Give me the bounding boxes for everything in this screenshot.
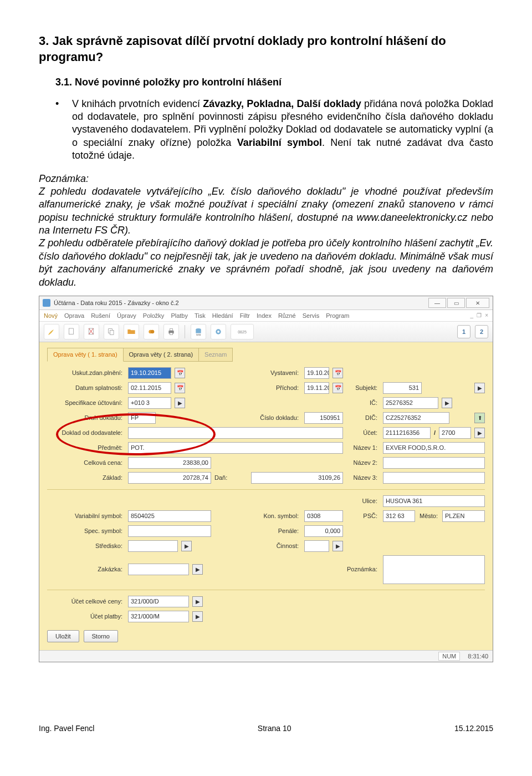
note-body-2: Z pohledu odběratele přebírajícího daňov… [39, 237, 493, 287]
stredisko-input[interactable] [128, 540, 178, 552]
close-button[interactable]: ✕ [466, 298, 489, 308]
mdi-close-icon[interactable]: × [485, 312, 488, 319]
menu-platby[interactable]: Platby [171, 312, 188, 319]
nazev1-input[interactable]: EXVER FOOD,S.R.O. [383, 442, 485, 454]
vystaveni-input[interactable]: 19.10.2015 [304, 367, 329, 379]
label-ucet: Účet: [346, 429, 380, 437]
lookup-icon[interactable]: ▶ [192, 596, 203, 607]
prichod-input[interactable]: 19.11.2015 [304, 382, 329, 394]
vs-input[interactable]: 8504025 [128, 510, 211, 522]
ucet-a-input[interactable]: 2111216356 [383, 427, 431, 439]
toolbar-quill-icon[interactable] [44, 324, 59, 339]
toolbar-copy-icon[interactable] [104, 324, 119, 339]
label-dok-od-dod: Doklad od dodavatele: [47, 429, 125, 437]
toolbar-settings-icon[interactable] [211, 324, 226, 339]
label-ucet-cc: Účet celkové ceny: [47, 597, 125, 605]
toolbar-new-icon[interactable] [64, 324, 79, 339]
nazev2-input[interactable] [383, 457, 485, 469]
ulozit-button[interactable]: Uložit [47, 630, 79, 642]
celkova-input[interactable]: 23838,00 [128, 457, 211, 469]
predmet-input[interactable]: POT. [128, 442, 343, 454]
menu-oprava[interactable]: Oprava [64, 312, 84, 319]
psc-input[interactable]: 312 63 [383, 510, 415, 522]
menu-polozky[interactable]: Položky [143, 312, 165, 319]
label-prichod: Příchod: [251, 384, 301, 392]
subjekt-input[interactable]: 531 [383, 382, 422, 394]
menu-tisk[interactable]: Tisk [195, 312, 206, 319]
toolbar-folder-icon[interactable] [124, 324, 139, 339]
menu-upravy[interactable]: Úpravy [117, 312, 136, 319]
lookup-icon[interactable]: ▶ [442, 398, 452, 408]
text-bold: Variabilní symbol [237, 137, 322, 148]
ucet-cc-input[interactable]: 321/000/D [128, 596, 189, 607]
tab-strana-1[interactable]: Oprava věty ( 1. strana) [47, 348, 124, 361]
calendar-icon[interactable]: 📅 [332, 368, 343, 378]
mdi-restore-icon[interactable]: ❐ [477, 312, 482, 319]
zakazka-input[interactable] [128, 564, 189, 575]
toolbar-print-icon[interactable] [163, 324, 179, 339]
menu-novy[interactable]: Nový [44, 312, 58, 319]
label-vs: Variabilní symbol: [47, 512, 125, 520]
lookup-icon[interactable]: ▶ [474, 383, 485, 393]
uskut-input[interactable]: 19.10.2015 [128, 367, 171, 379]
lookup-icon[interactable]: ▶ [332, 541, 343, 551]
toolbar-data-icon[interactable]: DATA [191, 324, 206, 339]
dok-od-dod-input[interactable] [128, 427, 343, 439]
dic-input[interactable]: CZ25276352 [383, 412, 449, 424]
lookup-icon[interactable]: ▶ [192, 564, 203, 575]
splatnost-input[interactable]: 02.11.2015 [128, 382, 171, 394]
lookup-icon[interactable]: ▶ [474, 428, 485, 438]
dan-input[interactable]: 3109,26 [251, 472, 343, 484]
label-stredisko: Středisko: [47, 542, 125, 550]
lookup-icon[interactable]: ▶ [175, 398, 185, 408]
label-dan: Daň: [214, 474, 248, 481]
menu-ruzne[interactable]: Různé [278, 312, 296, 319]
cislo-dokladu-input[interactable]: 150951 [304, 412, 343, 424]
menu-program[interactable]: Program [326, 312, 349, 319]
zaklad-input[interactable]: 20728,74 [128, 472, 211, 484]
maximize-button[interactable]: ▭ [447, 298, 465, 308]
toolbar-stamp-icon[interactable]: 0825 [231, 324, 254, 339]
menu-servis[interactable]: Servis [303, 312, 320, 319]
penale-input[interactable]: 0,000 [304, 525, 343, 537]
menu-ruseni[interactable]: Rušení [91, 312, 110, 319]
mdi-min-icon[interactable]: _ [470, 312, 474, 319]
ulice-input[interactable]: HUSOVA 361 [383, 495, 485, 507]
poznamka-input[interactable] [383, 555, 485, 584]
spec-uct-input[interactable]: +010 3 [128, 397, 171, 409]
storno-button[interactable]: Storno [84, 630, 118, 642]
nazev3-input[interactable] [383, 472, 485, 484]
menu-index[interactable]: Index [257, 312, 272, 319]
druh-input[interactable]: FP [128, 412, 156, 424]
label-cinnost: Činnost: [251, 542, 301, 550]
tab-seznam[interactable]: Seznam [198, 348, 233, 361]
svg-rect-9 [170, 329, 172, 331]
tab-strana-2[interactable]: Oprava věty ( 2. strana) [123, 348, 200, 361]
toolbar-money-icon[interactable] [144, 324, 159, 339]
calendar-icon[interactable]: 📅 [332, 383, 343, 393]
ucet-pl-input[interactable]: 321/000/M [128, 611, 189, 622]
toolbar-delete-icon[interactable] [84, 324, 99, 339]
page-1-button[interactable]: 1 [457, 325, 470, 338]
ucet-b-input[interactable]: 2700 [439, 427, 471, 439]
footer-page: Strana 10 [258, 723, 291, 733]
menu-filtr[interactable]: Filtr [240, 312, 250, 319]
cinnost-input[interactable] [304, 540, 329, 552]
label-nazev3: Název 3: [346, 474, 380, 481]
minimize-button[interactable]: — [428, 298, 446, 308]
ks-input[interactable]: 0308 [304, 510, 343, 522]
label-ulice: Ulice: [346, 497, 380, 505]
svg-rect-10 [170, 333, 172, 334]
ss-input[interactable] [128, 525, 211, 537]
lookup-icon[interactable]: ▶ [181, 541, 192, 551]
calendar-icon[interactable]: 📅 [175, 368, 185, 378]
page-2-button[interactable]: 2 [475, 325, 488, 338]
verify-icon[interactable]: ⬆ [474, 413, 485, 423]
ic-input[interactable]: 25276352 [383, 397, 438, 409]
lookup-icon[interactable]: ▶ [192, 611, 203, 622]
label-psc: PSČ: [346, 512, 380, 520]
menu-hledani[interactable]: Hledání [212, 312, 233, 319]
calendar-icon[interactable]: 📅 [175, 383, 185, 393]
mesto-input[interactable]: PLZEN [442, 510, 485, 522]
page-footer: Ing. Pavel Fencl Strana 10 15.12.2015 [39, 723, 493, 733]
